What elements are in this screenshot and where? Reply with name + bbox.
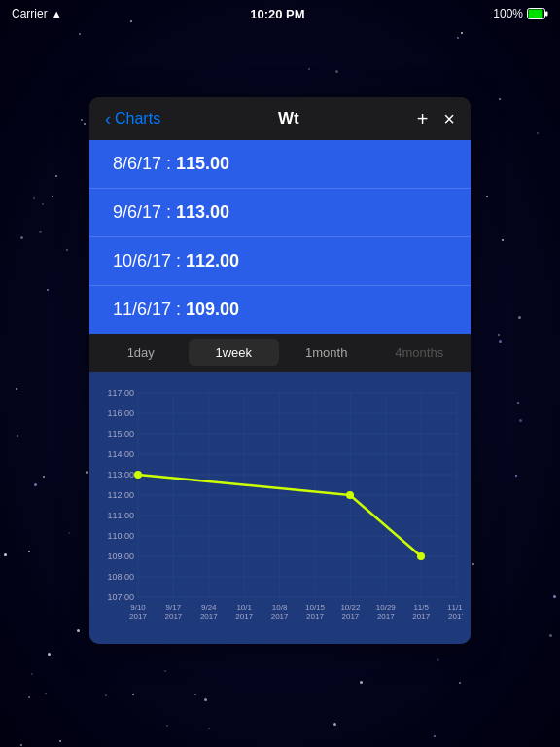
svg-text:10/15: 10/15 bbox=[305, 603, 326, 612]
svg-text:107.00: 107.00 bbox=[107, 592, 134, 602]
svg-rect-1 bbox=[528, 10, 542, 18]
chart-svg: 117.00 116.00 115.00 114.00 113.00 112.0… bbox=[97, 383, 463, 636]
tab-4months-label: 4months bbox=[395, 345, 443, 360]
status-battery-area: 100% bbox=[493, 7, 548, 20]
data-value-0: 115.00 bbox=[176, 154, 229, 173]
data-list: 8/6/17 : 115.00 9/6/17 : 113.00 10/6/17 … bbox=[89, 140, 471, 334]
svg-text:110.00: 110.00 bbox=[107, 531, 134, 541]
svg-text:116.00: 116.00 bbox=[107, 409, 134, 418]
data-item-2[interactable]: 10/6/17 : 112.00 bbox=[89, 237, 471, 286]
battery-icon bbox=[527, 8, 548, 19]
svg-text:2017: 2017 bbox=[448, 612, 463, 621]
svg-text:112.00: 112.00 bbox=[107, 490, 134, 500]
svg-text:114.00: 114.00 bbox=[107, 449, 134, 459]
carrier-label: Carrier bbox=[12, 7, 48, 20]
svg-text:2017: 2017 bbox=[165, 612, 183, 621]
tab-4months: 4months bbox=[374, 339, 466, 366]
data-item-3[interactable]: 11/6/17 : 109.00 bbox=[89, 286, 471, 334]
chart-dot-0 bbox=[134, 471, 142, 479]
tab-1day-label: 1day bbox=[127, 345, 155, 360]
tab-1week[interactable]: 1week bbox=[189, 339, 280, 366]
data-date-2: 10/6/17 : bbox=[113, 251, 186, 270]
svg-text:2017: 2017 bbox=[342, 612, 360, 621]
svg-text:113.00: 113.00 bbox=[107, 470, 134, 480]
svg-text:2017: 2017 bbox=[412, 612, 430, 621]
status-time: 10:20 PM bbox=[250, 7, 304, 21]
data-value-1: 113.00 bbox=[176, 202, 229, 222]
main-card: ‹ Charts Wt + × 8/6/17 : 115.00 9/6/17 :… bbox=[89, 97, 471, 644]
status-carrier: Carrier ▲ bbox=[12, 7, 62, 20]
svg-text:10/1: 10/1 bbox=[236, 603, 252, 612]
back-label: Charts bbox=[115, 110, 160, 127]
svg-text:2017: 2017 bbox=[129, 612, 147, 621]
chart-dot-2 bbox=[417, 552, 425, 560]
svg-rect-2 bbox=[545, 12, 548, 17]
data-date-1: 9/6/17 : bbox=[113, 202, 176, 222]
data-value-3: 109.00 bbox=[186, 300, 239, 319]
svg-text:10/8: 10/8 bbox=[272, 603, 288, 612]
svg-text:109.00: 109.00 bbox=[107, 551, 134, 561]
svg-text:2017: 2017 bbox=[235, 612, 253, 621]
svg-text:11/5: 11/5 bbox=[413, 603, 429, 612]
battery-percent: 100% bbox=[493, 7, 523, 20]
svg-text:9/17: 9/17 bbox=[166, 603, 182, 612]
data-item-1[interactable]: 9/6/17 : 113.00 bbox=[89, 189, 471, 237]
svg-text:2017: 2017 bbox=[200, 612, 218, 621]
svg-text:11/12: 11/12 bbox=[447, 603, 463, 612]
svg-text:115.00: 115.00 bbox=[107, 429, 134, 439]
svg-text:9/24: 9/24 bbox=[201, 603, 217, 612]
svg-text:108.00: 108.00 bbox=[107, 572, 134, 582]
svg-text:10/29: 10/29 bbox=[376, 603, 397, 612]
tab-bar: 1day 1week 1month 4months bbox=[89, 334, 471, 372]
chart-dot-1 bbox=[346, 491, 354, 499]
svg-text:111.00: 111.00 bbox=[107, 511, 134, 520]
nav-actions: + × bbox=[417, 109, 455, 128]
add-button[interactable]: + bbox=[417, 109, 429, 128]
data-value-2: 112.00 bbox=[186, 251, 239, 270]
close-button[interactable]: × bbox=[443, 109, 455, 128]
data-date-0: 8/6/17 : bbox=[113, 154, 176, 173]
tab-1day[interactable]: 1day bbox=[95, 339, 187, 366]
svg-text:117.00: 117.00 bbox=[107, 388, 134, 398]
nav-title: Wt bbox=[278, 109, 299, 128]
wifi-icon: ▲ bbox=[52, 8, 62, 19]
chart-area: 117.00 116.00 115.00 114.00 113.00 112.0… bbox=[89, 372, 471, 644]
svg-text:9/10: 9/10 bbox=[130, 603, 146, 612]
svg-text:2017: 2017 bbox=[377, 612, 395, 621]
data-item-0[interactable]: 8/6/17 : 115.00 bbox=[89, 140, 471, 189]
svg-text:2017: 2017 bbox=[271, 612, 289, 621]
tab-1month[interactable]: 1month bbox=[281, 339, 372, 366]
svg-text:2017: 2017 bbox=[306, 612, 324, 621]
svg-text:10/22: 10/22 bbox=[340, 603, 361, 612]
back-chevron-icon: ‹ bbox=[105, 109, 111, 129]
nav-bar: ‹ Charts Wt + × bbox=[89, 97, 471, 140]
status-bar: Carrier ▲ 10:20 PM 100% bbox=[0, 0, 560, 27]
data-date-3: 11/6/17 : bbox=[113, 300, 186, 319]
tab-1month-label: 1month bbox=[305, 345, 347, 360]
back-button[interactable]: ‹ Charts bbox=[105, 109, 160, 129]
tab-1week-label: 1week bbox=[215, 345, 252, 360]
